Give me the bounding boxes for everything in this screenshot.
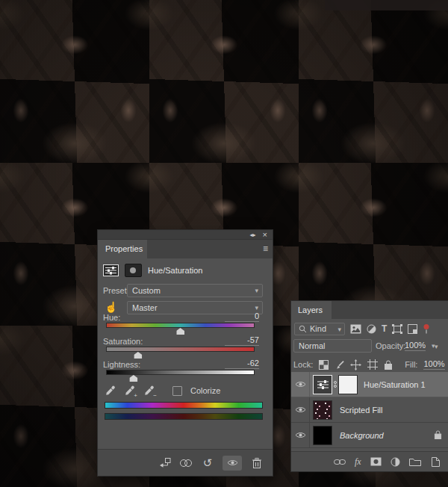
layers-panel: Layers Kind ▾ T Normal ▾ O	[291, 301, 448, 471]
layer-style-icon[interactable]: fx	[355, 456, 361, 468]
blend-mode-dropdown[interactable]: Normal ▾	[293, 339, 372, 353]
blend-mode-value: Normal	[299, 341, 325, 350]
layers-footer: fx	[291, 451, 448, 471]
lightness-slider-track[interactable]	[106, 370, 255, 375]
layer-row-hue-saturation[interactable]: Hue/Saturation 1	[291, 372, 448, 397]
mask-link-icon[interactable]	[334, 381, 337, 388]
spectrum-bar-after	[105, 413, 263, 420]
saturation-slider-thumb[interactable]	[134, 352, 142, 359]
opacity-value-field[interactable]: 100%	[405, 341, 426, 351]
properties-panel: ◂▸ × Properties ≡ Hue/Saturation Preset:…	[98, 230, 273, 476]
lock-paint-icon[interactable]	[335, 360, 344, 370]
layer-list: Hue/Saturation 1 Scripted Fill Backgroun…	[291, 372, 448, 448]
search-icon	[299, 325, 307, 333]
filter-toggle-icon[interactable]	[423, 323, 430, 334]
lock-all-icon[interactable]	[384, 360, 393, 370]
lock-transparency-icon[interactable]	[319, 360, 329, 370]
opacity-label: Opacity:	[376, 341, 405, 350]
lock-row: Lock: Fill: 100% ▾	[291, 357, 448, 372]
toggle-visibility-icon[interactable]	[223, 456, 242, 471]
layer-name[interactable]: Background	[340, 431, 384, 440]
filter-kind-value: Kind	[310, 324, 326, 333]
chevron-down-icon: ▾	[255, 288, 258, 294]
layer-thumbnail[interactable]	[313, 426, 332, 445]
hue-saturation-icon	[103, 264, 119, 276]
layer-row-background[interactable]: Background	[291, 423, 448, 448]
saturation-value-field[interactable]: -57	[225, 335, 259, 346]
clip-to-layer-icon[interactable]	[158, 457, 171, 469]
mask-icon[interactable]	[125, 264, 142, 277]
fill-value-field[interactable]: 100%	[423, 359, 444, 370]
tab-properties[interactable]: Properties	[98, 240, 147, 258]
delete-adjustment-icon[interactable]	[250, 457, 264, 469]
saturation-label: Saturation:	[103, 337, 143, 346]
spectrum-bar-before	[105, 402, 263, 409]
plus-glyph: +	[134, 392, 137, 399]
properties-tabbar: Properties ≡	[98, 240, 273, 258]
hue-label: Hue:	[103, 313, 120, 322]
shape-filter-icon[interactable]	[392, 324, 402, 334]
blend-row: Normal ▾ Opacity: 100% ▾	[291, 339, 448, 355]
adjustment-header: Hue/Saturation	[98, 261, 273, 279]
chevron-down-icon[interactable]: ▾	[432, 343, 435, 350]
lightness-value-field[interactable]: -62	[225, 359, 259, 369]
chevron-down-icon: ▾	[337, 326, 341, 333]
hue-slider-track[interactable]	[106, 323, 255, 328]
properties-panel-titlebar[interactable]: ◂▸ ×	[98, 230, 273, 240]
link-layers-icon[interactable]	[334, 459, 346, 465]
visibility-eye-icon[interactable]	[291, 397, 310, 422]
new-adjustment-layer-icon[interactable]	[391, 457, 400, 467]
layers-tabbar: Layers	[291, 301, 448, 319]
eyedropper-icon[interactable]	[103, 384, 118, 397]
hue-slider[interactable]	[106, 323, 255, 335]
canvas-top-strip	[325, 0, 448, 10]
colorize-label: Colorize	[190, 386, 220, 395]
new-layer-icon[interactable]	[430, 457, 440, 467]
eyedropper-add-icon[interactable]: +	[122, 384, 137, 397]
smart-object-filter-icon[interactable]	[408, 324, 417, 334]
colorize-checkbox[interactable]	[172, 386, 182, 396]
chevron-down-icon: ▾	[255, 305, 258, 311]
preset-value: Custom	[132, 286, 161, 295]
fill-label: Fill:	[405, 360, 417, 369]
layer-row-scripted-fill[interactable]: Scripted Fill	[291, 397, 448, 423]
type-filter-icon[interactable]: T	[382, 323, 387, 334]
minus-glyph: −	[153, 392, 157, 399]
add-mask-icon[interactable]	[370, 457, 382, 466]
lightness-label: Lightness:	[103, 360, 140, 369]
reset-adjustment-icon[interactable]: ↺	[201, 457, 214, 469]
tab-layers[interactable]: Layers	[291, 301, 332, 319]
close-panel-icon[interactable]: ×	[263, 230, 267, 239]
layer-name[interactable]: Hue/Saturation 1	[364, 380, 426, 389]
visibility-eye-icon[interactable]	[291, 372, 310, 397]
preset-dropdown[interactable]: Custom ▾	[127, 284, 263, 297]
eyedropper-subtract-icon[interactable]: −	[142, 384, 157, 397]
filter-kind-dropdown[interactable]: Kind ▾	[294, 323, 345, 335]
hue-value-field[interactable]: 0	[225, 311, 259, 322]
pixel-filter-icon[interactable]	[350, 324, 361, 334]
view-previous-state-icon[interactable]	[179, 457, 193, 469]
lightness-slider-thumb[interactable]	[129, 375, 137, 382]
layer-filter-row: Kind ▾ T	[291, 320, 448, 337]
new-group-icon[interactable]	[409, 457, 421, 466]
properties-footer: ↺	[98, 449, 273, 476]
layer-thumbnail[interactable]	[313, 400, 332, 420]
adjustment-layer-thumbnail[interactable]	[313, 375, 332, 394]
background-lock-icon	[434, 430, 442, 439]
preset-label: Preset:	[103, 286, 129, 295]
saturation-slider[interactable]	[106, 347, 255, 359]
lock-artboard-icon[interactable]	[367, 359, 378, 370]
adjustment-title: Hue/Saturation	[148, 266, 202, 275]
lock-position-icon[interactable]	[350, 359, 361, 370]
saturation-slider-track[interactable]	[106, 347, 255, 352]
layer-name[interactable]: Scripted Fill	[340, 406, 382, 415]
lock-label: Lock:	[293, 360, 313, 369]
lightness-slider[interactable]	[106, 370, 255, 382]
hue-slider-thumb[interactable]	[176, 328, 184, 335]
visibility-eye-icon[interactable]	[291, 423, 310, 447]
collapse-panel-icon[interactable]: ◂▸	[250, 232, 256, 238]
adjustment-filter-icon[interactable]	[367, 324, 376, 334]
layer-mask-thumbnail[interactable]	[338, 375, 358, 394]
panel-menu-icon[interactable]: ≡	[263, 244, 268, 254]
